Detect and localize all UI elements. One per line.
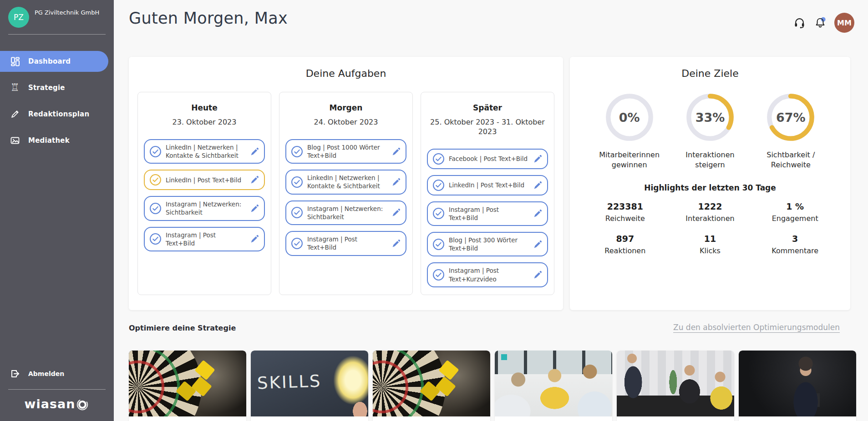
stat-value: 1222 — [668, 201, 753, 211]
goal-label: Sichtbarkeit / Reichweite — [759, 150, 822, 170]
check-circle-icon[interactable] — [149, 145, 162, 158]
goal-label: Interaktionen steigern — [670, 150, 750, 170]
column-date: 23. Oktober 2023 — [144, 118, 265, 127]
task-item[interactable]: Instagram | Netzwerken: Sichtbarkeit — [285, 200, 406, 225]
task-item[interactable]: Facebook | Post Text+Bild — [427, 149, 548, 169]
strategy-thumbnail-skills[interactable]: SKILLS — [251, 351, 368, 421]
stat-label: Klicks — [668, 246, 753, 255]
task-label: LinkedIn | Post Text+Bild — [166, 176, 246, 184]
org-name: PG Ziviltechnik GmbH — [35, 7, 99, 17]
thumbnail-art-desk-team — [617, 351, 734, 416]
sidebar-item-label: Dashboard — [28, 57, 71, 65]
task-item-highlighted[interactable]: LinkedIn | Post Text+Bild — [144, 170, 265, 190]
donut-chart: 67% — [765, 92, 816, 143]
sidebar-item-dashboard[interactable]: Dashboard — [0, 51, 108, 72]
stat-value: 897 — [583, 234, 668, 244]
column-title: Morgen — [285, 103, 406, 112]
check-circle-icon[interactable] — [149, 174, 162, 186]
edit-pencil-icon[interactable] — [391, 208, 401, 217]
strategy-thumbnail-desk-team[interactable] — [617, 351, 734, 421]
goal-sichtbarkeit: 67% Sichtbarkeit / Reichweite — [751, 92, 831, 170]
thumbnail-art-dartboard — [373, 351, 490, 416]
donut-percent: 33% — [685, 92, 736, 143]
stat-label: Engagement — [752, 214, 838, 223]
check-circle-icon[interactable] — [432, 179, 445, 191]
strategy-thumbnail-woman-tablet[interactable] — [739, 351, 856, 421]
task-item[interactable]: LinkedIn | Netzwerken | Kontakte & Sicht… — [285, 170, 406, 194]
logout-button[interactable]: Abmelden — [0, 365, 114, 383]
edit-pencil-icon[interactable] — [250, 204, 259, 213]
sidebar-item-label: Mediathek — [28, 136, 70, 145]
task-item[interactable]: Blog | Post 300 Wörter Text+Bild — [427, 232, 548, 256]
page-title: Guten Morgen, Max — [129, 9, 288, 27]
task-column-spaeter: Später 25. Oktober 2023 - 31. Oktober 20… — [421, 92, 554, 295]
check-circle-icon[interactable] — [432, 238, 445, 251]
check-circle-icon[interactable] — [432, 153, 445, 165]
check-circle-icon[interactable] — [291, 237, 303, 250]
edit-pencil-icon[interactable] — [250, 234, 259, 244]
sidebar-item-mediathek[interactable]: Mediathek — [0, 130, 114, 151]
edit-pencil-icon[interactable] — [391, 147, 401, 156]
check-circle-icon[interactable] — [291, 206, 303, 219]
column-title: Heute — [144, 103, 265, 112]
stat-kommentare: 3 Kommentare — [752, 234, 838, 255]
tasks-card-title: Deine Aufgaben — [129, 68, 563, 79]
sidebar-item-label: Strategie — [28, 84, 65, 92]
check-circle-icon[interactable] — [432, 269, 445, 281]
task-item[interactable]: LinkedIn | Post Text+Bild — [427, 175, 548, 195]
donut-chart: 33% — [685, 92, 736, 143]
sidebar-item-label: Redaktionsplan — [28, 110, 89, 118]
goal-label: Mitarbeiterinnen gewinnen — [592, 150, 667, 170]
stat-value: 223381 — [583, 201, 668, 211]
strategy-thumbnail-dartboard-2[interactable] — [373, 351, 490, 421]
task-item[interactable]: Instagram | Netzwerken: Sichtbarkeit — [144, 196, 265, 221]
stat-label: Kommentare — [752, 246, 838, 255]
highlights-stats: 223381 Reichweite 1222 Interaktionen 1 %… — [570, 201, 850, 255]
donut-percent: 67% — [765, 92, 816, 143]
skills-chalk-text: SKILLS — [257, 371, 322, 393]
highlights-title: Highlights der letzten 30 Tage — [570, 183, 850, 192]
user-avatar[interactable]: MM — [834, 13, 854, 33]
check-circle-icon[interactable] — [432, 207, 445, 220]
pencil-icon — [10, 109, 20, 120]
image-icon — [10, 135, 20, 146]
edit-pencil-icon[interactable] — [533, 154, 543, 164]
headset-support-icon[interactable] — [792, 16, 806, 30]
sidebar-item-strategie[interactable]: ♖ Strategie — [0, 77, 114, 98]
edit-pencil-icon[interactable] — [533, 180, 543, 190]
task-item[interactable]: Blog | Post 1000 Wörter Text+Bild — [285, 139, 406, 164]
task-label: Instagram | Post Text+Bild — [166, 231, 246, 247]
chess-rook-icon: ♖ — [10, 82, 20, 93]
completed-modules-link[interactable]: Zu den absolvierten Optimierungsmodulen — [673, 323, 840, 332]
check-circle-icon[interactable] — [149, 202, 162, 215]
edit-pencil-icon[interactable] — [533, 240, 543, 249]
task-item[interactable]: Instagram | Post Text+Kurzvideo — [427, 262, 548, 287]
notifications-bell-icon[interactable] — [813, 16, 827, 30]
task-item[interactable]: LinkedIn | Netzwerken | Kontakte & Sicht… — [144, 139, 265, 164]
task-item[interactable]: Instagram | Post Text+Bild — [427, 201, 548, 226]
check-circle-icon[interactable] — [291, 176, 303, 188]
column-date: 25. Oktober 2023 - 31. Oktober 2023 — [427, 118, 548, 137]
edit-pencil-icon[interactable] — [250, 175, 259, 185]
tasks-card: Deine Aufgaben Heute 23. Oktober 2023 Li… — [129, 57, 563, 310]
edit-pencil-icon[interactable] — [391, 239, 401, 248]
sidebar-item-redaktionsplan[interactable]: Redaktionsplan — [0, 104, 114, 125]
task-list: Facebook | Post Text+Bild LinkedIn | Pos… — [427, 149, 548, 287]
task-label: Facebook | Post Text+Bild — [449, 155, 529, 163]
header-actions: MM — [792, 13, 854, 33]
edit-pencil-icon[interactable] — [391, 177, 401, 187]
check-circle-icon[interactable] — [291, 145, 303, 158]
org-avatar: PZ — [8, 7, 29, 28]
sidebar: PZ PG Ziviltechnik GmbH Dashboard ♖ Stra… — [0, 0, 114, 421]
check-circle-icon[interactable] — [149, 233, 162, 245]
strategy-thumbnail-dartboard-1[interactable] — [129, 351, 246, 421]
strategy-thumbnail-meeting[interactable] — [495, 351, 612, 421]
stat-label: Reaktionen — [583, 246, 668, 255]
edit-pencil-icon[interactable] — [533, 209, 543, 218]
logout-label: Abmelden — [28, 370, 64, 377]
task-item[interactable]: Instagram | Post Text+Bild — [144, 227, 265, 251]
edit-pencil-icon[interactable] — [533, 270, 543, 280]
strategy-section-title: Optimiere deine Strategie — [129, 324, 236, 332]
edit-pencil-icon[interactable] — [250, 147, 259, 156]
task-item[interactable]: Instagram | Post Text+Bild — [285, 231, 406, 256]
